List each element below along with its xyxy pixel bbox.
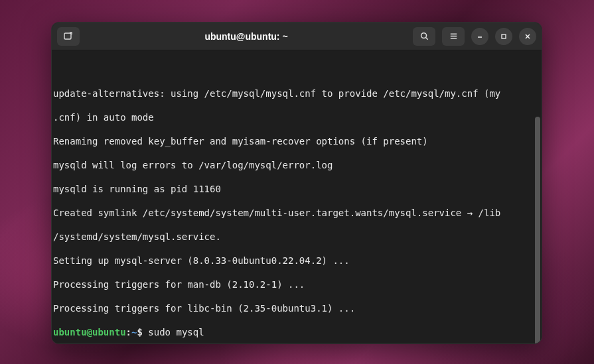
new-tab-icon [63, 31, 74, 42]
search-icon [419, 31, 429, 41]
search-button[interactable] [413, 27, 435, 46]
terminal-window: ubuntu@ubuntu: ~ [51, 22, 542, 344]
svg-rect-7 [502, 34, 506, 38]
maximize-icon [500, 32, 508, 40]
maximize-button[interactable] [495, 28, 512, 45]
command-text: sudo mysql [148, 327, 204, 337]
new-tab-button[interactable] [57, 27, 80, 46]
scrollbar-thumb[interactable] [535, 117, 540, 343]
close-icon [524, 32, 532, 40]
output-line: Processing triggers for libc-bin (2.35-0… [53, 302, 540, 314]
output-line: /systemd/system/mysql.service. [53, 231, 540, 243]
prompt-line: ubuntu@ubuntu:~$ sudo mysql [53, 326, 540, 338]
minimize-icon [476, 32, 484, 40]
minimize-button[interactable] [471, 28, 488, 45]
output-line: Renaming removed key_buffer and myisam-r… [53, 135, 540, 147]
output-line: update-alternatives: using /etc/mysql/my… [53, 88, 540, 99]
output-line: Processing triggers for man-db (2.10.2-1… [53, 278, 540, 290]
output-line: Created symlink /etc/systemd/system/mult… [53, 207, 540, 219]
titlebar: ubuntu@ubuntu: ~ [52, 23, 542, 50]
hamburger-icon [449, 31, 459, 41]
output-line: .cnf) in auto mode [53, 111, 540, 123]
output-line: mysqld will log errors to /var/log/mysql… [53, 159, 540, 171]
prompt-dollar: $ [137, 327, 148, 337]
titlebar-left [57, 27, 80, 46]
svg-line-2 [425, 38, 427, 40]
menu-button[interactable] [442, 27, 465, 46]
prompt-user-host: ubuntu@ubuntu [53, 327, 126, 337]
close-button[interactable] [519, 28, 536, 45]
window-title: ubuntu@ubuntu: ~ [80, 31, 413, 42]
output-line: Setting up mysql-server (8.0.33-0ubuntu0… [53, 255, 540, 267]
terminal-content: update-alternatives: using /etc/mysql/my… [53, 76, 540, 343]
svg-point-1 [421, 33, 426, 38]
prompt-colon: : [126, 327, 131, 337]
terminal-body[interactable]: update-alternatives: using /etc/mysql/my… [52, 50, 542, 343]
output-line: mysqld is running as pid 11160 [53, 183, 540, 195]
titlebar-right [413, 27, 536, 46]
